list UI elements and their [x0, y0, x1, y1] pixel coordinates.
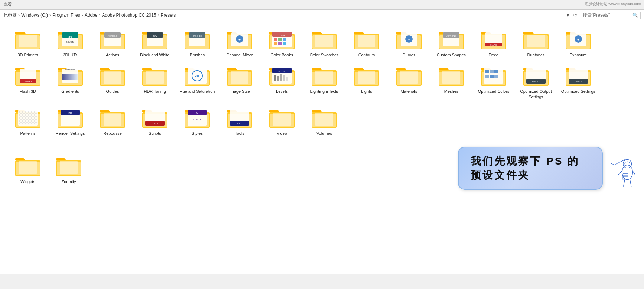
folder-label: Video — [277, 131, 287, 136]
folder-label: 3D Printers — [17, 52, 38, 58]
svg-line-180 — [618, 171, 622, 175]
sep1: › — [18, 13, 20, 18]
folder-item[interactable]: Lights — [346, 62, 387, 103]
folder-item[interactable]: Optimized Colors — [473, 62, 514, 103]
folder-item[interactable]: ◈ Exposure — [558, 26, 599, 61]
folder-item[interactable]: Widgets — [7, 152, 48, 187]
folder-item[interactable]: SHAPES Optimized Settings — [558, 62, 599, 103]
folder-icon — [269, 107, 295, 129]
breadcrumb-pc[interactable]: 此电脑 — [3, 12, 17, 19]
svg-rect-118 — [485, 70, 489, 73]
folder-item[interactable]: Duotones — [515, 26, 556, 61]
address-bar: 此电脑 › Windows (C:) › Program Files › Ado… — [0, 9, 644, 21]
folder-label: Color Swatches — [310, 52, 338, 58]
svg-rect-172 — [19, 161, 37, 174]
folder-item[interactable]: SHAPES Optimized Output Settings — [515, 62, 556, 103]
folder-label: Guides — [106, 89, 119, 94]
astronaut-icon — [610, 140, 637, 196]
folder-item[interactable]: Color Swatches — [304, 26, 345, 61]
folder-item[interactable]: Meshes — [431, 62, 472, 103]
svg-rect-111 — [400, 71, 418, 84]
folder-item[interactable]: B&W Black and White — [134, 26, 175, 61]
svg-text:Sg: Sg — [68, 35, 72, 38]
folder-icon — [14, 155, 41, 178]
folder-icon — [99, 65, 126, 87]
svg-rect-38 — [278, 42, 282, 45]
search-icon[interactable]: 🔍 — [632, 13, 638, 18]
folder-item[interactable]: Guides — [92, 62, 133, 103]
folder-item[interactable]: SHAPES Deco — [473, 26, 514, 61]
folder-icon — [353, 29, 380, 51]
folder-item[interactable]: ACTIONS Custom Shapes — [431, 26, 472, 61]
refresh-button[interactable]: ⟳ — [572, 13, 579, 18]
search-input[interactable] — [583, 13, 631, 18]
svg-rect-98 — [274, 75, 276, 81]
folder-item[interactable]: Video — [261, 104, 302, 139]
svg-text:SHAPES: SHAPES — [575, 81, 582, 83]
folder-label: Deco — [489, 52, 498, 58]
breadcrumb-adobe[interactable]: Adobe — [85, 13, 98, 18]
folder-label: HDR Toning — [144, 89, 166, 94]
folder-item[interactable]: Repousse — [92, 104, 133, 139]
folder-icon: LEVELS — [269, 65, 295, 87]
folder-icon — [311, 65, 338, 87]
breadcrumb-presets[interactable]: Presets — [161, 13, 176, 18]
folder-label: Widgets — [20, 179, 35, 184]
svg-rect-102 — [286, 77, 288, 81]
svg-rect-63 — [527, 35, 545, 47]
folder-item[interactable]: ACTIONS Actions — [92, 26, 133, 61]
folder-label: Repousse — [103, 131, 122, 136]
folder-item[interactable]: Contours — [346, 26, 387, 61]
folder-icon: ACTIONS — [438, 29, 465, 51]
svg-rect-39 — [283, 42, 286, 45]
folder-item[interactable]: TOOL Tools — [219, 104, 260, 139]
folder-item[interactable]: BR Render Settings — [50, 104, 91, 139]
folder-item[interactable]: GRADIENT Gradients — [50, 62, 91, 103]
folder-icon — [396, 65, 422, 87]
svg-rect-121 — [485, 75, 489, 78]
folder-item[interactable]: Materials — [388, 62, 429, 103]
folder-item[interactable]: Volumes — [304, 104, 345, 139]
search-box[interactable]: 🔍 — [580, 12, 641, 19]
svg-rect-175 — [60, 161, 78, 174]
folder-item[interactable]: ◈ Curves — [388, 26, 429, 61]
svg-text:GRADIENT: GRADIENT — [65, 68, 75, 71]
folder-label: Contours — [358, 52, 375, 58]
folder-label: Brushes — [190, 52, 205, 58]
svg-text:STYLES: STYLES — [193, 118, 201, 121]
breadcrumb-ps[interactable]: Adobe Photoshop CC 2015 — [102, 13, 156, 18]
folder-item[interactable]: ◈ Channel Mixer — [219, 26, 260, 61]
folder-icon: SHAPES — [523, 65, 549, 87]
folder-item[interactable]: COLOR Color Books — [261, 26, 302, 61]
folder-label: Zoomify — [61, 179, 76, 184]
svg-text:HSL: HSL — [195, 75, 200, 78]
svg-rect-139 — [19, 111, 37, 124]
menu-view[interactable]: 查看 — [3, 1, 12, 8]
folder-item[interactable]: Lighting Effects — [304, 62, 345, 103]
svg-rect-105 — [315, 71, 333, 84]
folder-icon — [226, 65, 253, 87]
folder-icon: SCRIPT — [142, 107, 168, 129]
folder-label: Levels — [276, 89, 288, 94]
dropdown-button[interactable]: ▾ — [565, 13, 570, 18]
folder-icon: TOOL — [226, 107, 253, 129]
breadcrumb-pf[interactable]: Program Files — [52, 13, 80, 18]
folder-item[interactable]: 3D Printers — [7, 26, 48, 61]
folder-item[interactable]: LEVELS Levels — [261, 62, 302, 103]
folder-item[interactable]: fx STYLES Styles — [177, 104, 218, 139]
folder-icon: SHAPES — [480, 29, 507, 51]
folder-item[interactable]: SHAPES Flash 3D — [7, 62, 48, 103]
svg-point-179 — [625, 162, 630, 166]
folder-label: Materials — [401, 89, 417, 94]
folder-item[interactable]: Image Size — [219, 62, 260, 103]
folder-label: Patterns — [20, 131, 36, 136]
folder-item[interactable]: HDR Toning — [134, 62, 175, 103]
folder-item[interactable]: BRUSHES Brushes — [177, 26, 218, 61]
folder-item[interactable]: SCRIPT Scripts — [134, 104, 175, 139]
folder-icon: ◈ — [396, 29, 422, 51]
breadcrumb-c[interactable]: Windows (C:) — [21, 13, 48, 18]
folder-item[interactable]: Patterns — [7, 104, 48, 139]
folder-item[interactable]: HSL Hue and Saturation — [177, 62, 218, 103]
folder-item[interactable]: Sg 3DLUTs 3DLUTs — [50, 26, 91, 61]
folder-item[interactable]: Zoomify — [48, 152, 89, 187]
